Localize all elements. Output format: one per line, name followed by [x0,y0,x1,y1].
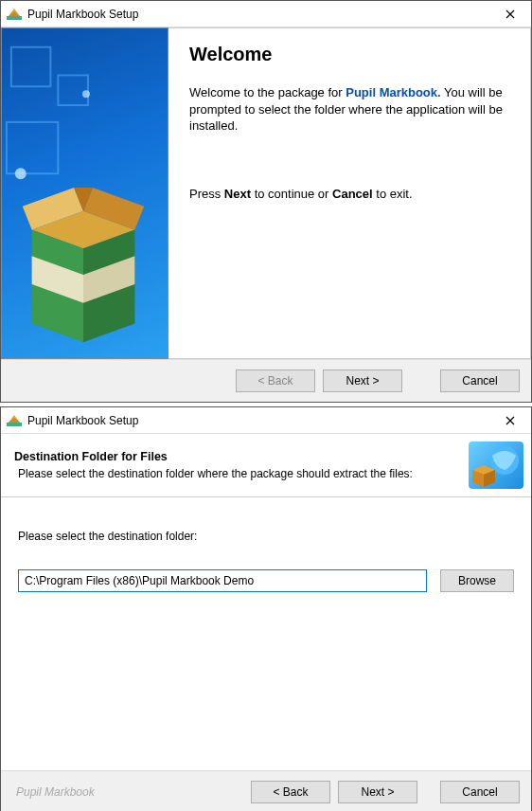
app-icon [7,413,22,428]
wizard-button-row: < Back Next > Cancel [1,359,531,402]
footer-brand: Pupil Markbook [16,785,95,799]
svg-rect-5 [7,122,58,173]
svg-rect-0 [7,16,22,20]
window-title: Pupil Markbook Setup [27,414,138,427]
wizard-footer: Pupil Markbook < Back Next > Cancel [1,770,531,811]
setup-wizard-destination-window: Pupil Markbook Setup Destination Folder … [0,406,532,811]
destination-label: Please select the destination folder: [18,530,514,543]
press-post: to exit. [373,187,413,201]
back-button: < Back [236,369,315,392]
cancel-button[interactable]: Cancel [440,781,520,803]
welcome-intro: Welcome to the package for Pupil Markboo… [189,84,515,135]
titlebar: Pupil Markbook Setup [1,1,531,27]
titlebar: Pupil Markbook Setup [1,407,531,434]
setup-wizard-welcome-window: Pupil Markbook Setup [0,0,532,403]
press-mid: to continue or [251,187,332,201]
svg-point-7 [82,90,90,98]
close-button[interactable] [489,407,531,434]
svg-rect-3 [11,47,51,87]
svg-marker-2 [9,11,20,16]
header-icon [469,442,523,489]
svg-rect-16 [7,423,22,426]
welcome-heading: Welcome [189,44,515,65]
window-title: Pupil Markbook Setup [27,8,138,21]
close-button[interactable] [489,1,531,27]
intro-brand: Pupil Markbook. [346,85,440,99]
wizard-sidebar-image [1,27,168,359]
svg-marker-18 [9,418,20,423]
next-button[interactable]: Next > [323,369,402,392]
cancel-button[interactable]: Cancel [440,369,520,392]
destination-path-input[interactable] [18,569,427,592]
header-subtitle: Please select the destination folder whe… [18,467,413,480]
press-pre: Press [189,187,224,201]
browse-button[interactable]: Browse [440,569,514,592]
back-button[interactable]: < Back [251,781,330,803]
svg-rect-4 [58,75,88,105]
app-icon [7,7,22,22]
press-next-word: Next [224,187,251,201]
header-title: Destination Folder for Files [14,450,413,463]
press-instruction: Press Next to continue or Cancel to exit… [189,186,515,203]
press-cancel-word: Cancel [332,187,373,201]
intro-pre: Welcome to the package for [189,85,346,99]
next-button[interactable]: Next > [338,781,417,803]
svg-point-6 [15,168,27,179]
wizard-header: Destination Folder for Files Please sele… [1,434,531,497]
